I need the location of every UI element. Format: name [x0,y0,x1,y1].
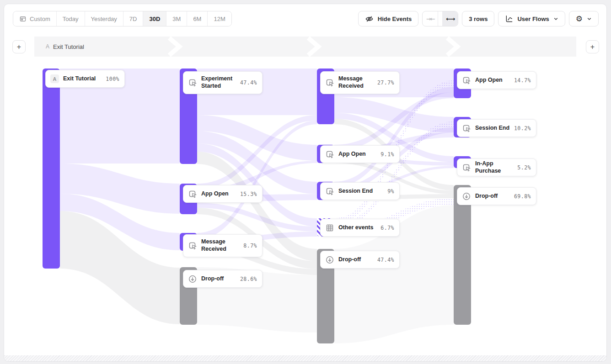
date-range-6m[interactable]: 6M [187,11,208,26]
node-value: 47.4% [377,257,394,263]
flow-node-other-events-3[interactable]: Other events 6.7% [320,219,400,237]
flow-node-app-open-4[interactable]: App Open 14.7% [457,71,536,89]
node-label: Drop-off [338,256,373,264]
node-value: 8.7% [243,243,257,249]
toolbar-right-group: Hide Events →← ←→ 3 rows User Flows [358,11,599,26]
node-value: 69.8% [514,193,531,200]
node-label: Exit Tutorial [63,75,102,83]
node-label: Session End [475,125,510,132]
event-icon [325,187,334,196]
step-separators [34,37,576,57]
date-range-label: Custom [30,16,50,22]
drop-off-icon [462,192,471,201]
node-label: App Open [338,151,376,158]
view-selector-label: User Flows [517,16,549,22]
event-icon [462,124,471,133]
flow-node-message-received-2[interactable]: Message Received 8.7% [183,234,263,257]
node-label: Drop-off [201,275,236,283]
step-title: Exit Tutorial [53,43,84,50]
node-value: 10.2% [514,125,531,132]
node-label: In-App Purchase [475,160,513,174]
node-label: Drop-off [475,193,510,200]
toolbar: Custom Today Yesterday 7D 30D 3M 6M 12M … [13,11,599,26]
drop-off-icon [188,274,197,284]
node-label: Session End [338,188,383,195]
date-range-30d[interactable]: 30D [143,11,166,26]
step-header-band: A Exit Tutorial [34,37,576,57]
step-badge: A [46,43,49,50]
node-value: 47.4% [240,79,257,86]
flow-node-app-open-3[interactable]: App Open 9.1% [320,145,400,163]
step-a-badge: A [50,74,59,83]
chevron-down-icon [553,16,558,21]
event-icon [462,163,471,172]
node-label: App Open [201,190,236,198]
event-icon [462,76,471,85]
step-1-header[interactable]: A Exit Tutorial [46,37,84,57]
hide-events-label: Hide Events [378,16,412,22]
node-label: Message Received [201,238,239,253]
flow-bar-exit-tutorial[interactable] [43,69,60,269]
node-label: Message Received [338,75,373,90]
flow-node-message-received-3[interactable]: Message Received 27.7% [320,71,400,94]
date-range-custom[interactable]: Custom [13,11,57,26]
node-value: 28.6% [240,276,257,282]
rows-button[interactable]: 3 rows [462,11,494,26]
flow-node-drop-off-2[interactable]: Drop-off 28.6% [183,270,263,288]
event-icon [188,190,197,199]
node-value: 100% [106,76,119,82]
flow-node-exit-tutorial[interactable]: A Exit Tutorial 100% [45,70,125,88]
add-step-right-button[interactable]: + [586,40,599,53]
event-icon [188,241,197,250]
flow-node-session-end-4[interactable]: Session End 10.2% [457,119,536,137]
grid-icon [325,223,334,232]
node-label: App Open [475,77,510,84]
node-value: 14.7% [514,77,531,84]
node-value: 9% [387,188,394,195]
date-range-today[interactable]: Today [57,11,85,26]
event-icon [325,78,334,87]
node-value: 5.2% [517,164,531,171]
view-selector[interactable]: User Flows [498,11,565,26]
chevron-down-icon [587,16,592,21]
bottom-scroll-track [4,355,606,361]
date-range-selector: Custom Today Yesterday 7D 30D 3M 6M 12M [13,11,232,26]
node-value: 9.1% [381,151,394,158]
user-flows-chart-icon [505,15,513,23]
date-range-12m[interactable]: 12M [208,11,231,26]
date-range-7d[interactable]: 7D [123,11,144,26]
collapse-columns-button[interactable]: →← [423,11,438,26]
event-icon [188,78,197,87]
flow-node-drop-off-3[interactable]: Drop-off 47.4% [320,251,400,269]
node-label: Experiment Started [201,75,236,90]
flow-node-experiment-started[interactable]: Experiment Started 47.4% [183,71,263,94]
date-range-yesterday[interactable]: Yesterday [85,11,123,26]
hide-events-button[interactable]: Hide Events [358,11,418,26]
flow-bar-drop-off-4[interactable] [454,185,471,325]
settings-menu-button[interactable]: ⚙ [569,11,599,26]
add-step-left-button[interactable]: + [12,40,26,53]
flow-node-session-end-3[interactable]: Session End 9% [320,182,400,200]
calendar-icon [19,15,27,22]
event-icon [325,150,334,159]
node-value: 27.7% [377,79,394,86]
node-label: Other events [338,224,376,232]
flow-node-app-open-2[interactable]: App Open 15.3% [183,185,263,203]
rows-label: 3 rows [469,16,488,22]
flow-node-in-app-purchase-4[interactable]: In-App Purchase 5.2% [457,158,536,176]
node-value: 15.3% [240,191,257,197]
drop-off-icon [325,255,334,264]
flow-node-drop-off-4[interactable]: Drop-off 69.8% [457,187,536,205]
expand-columns-button[interactable]: ←→ [442,11,458,26]
collapse-expand-toggle: →← ←→ [422,11,458,26]
node-value: 6.7% [381,225,394,231]
date-range-3m[interactable]: 3M [166,11,187,26]
gear-icon: ⚙ [576,15,583,23]
eye-off-icon [365,15,374,23]
